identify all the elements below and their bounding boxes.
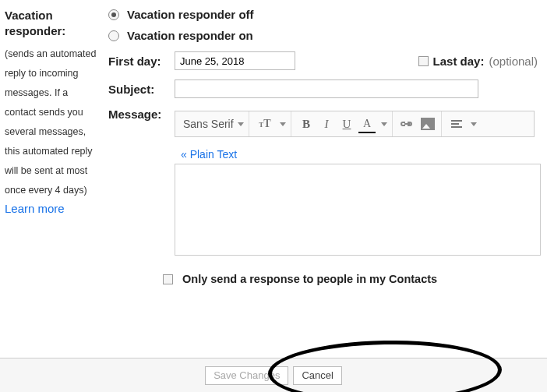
- last-day-label: Last day:: [433, 55, 485, 68]
- font-size-button[interactable]: TT: [256, 115, 274, 132]
- image-icon: [421, 118, 435, 130]
- last-day-checkbox[interactable]: [418, 56, 429, 66]
- learn-more-link[interactable]: Learn more: [5, 202, 102, 215]
- plain-text-link[interactable]: « Plain Text: [181, 148, 237, 161]
- save-changes-button[interactable]: Save Changes: [205, 366, 288, 385]
- contacts-only-label: Only send a response to people in my Con…: [182, 273, 437, 285]
- insert-image-button[interactable]: [419, 115, 436, 132]
- message-textarea[interactable]: [175, 164, 541, 256]
- editor-toolbar: Sans Serif TT B I U A: [175, 111, 535, 137]
- radio-label-off: Vacation responder off: [127, 8, 254, 21]
- radio-responder-off[interactable]: [108, 9, 119, 20]
- radio-label-on: Vacation responder on: [127, 29, 253, 42]
- subject-input[interactable]: [175, 79, 478, 98]
- cancel-button[interactable]: Cancel: [293, 366, 341, 385]
- section-description: (sends an automated reply to incoming me…: [5, 44, 102, 200]
- subject-label: Subject:: [108, 83, 175, 96]
- italic-button[interactable]: I: [318, 115, 335, 132]
- section-title: Vacation responder:: [5, 8, 102, 40]
- last-day-optional: (optional): [489, 55, 538, 68]
- contacts-only-checkbox[interactable]: [163, 274, 173, 284]
- underline-button[interactable]: U: [338, 115, 355, 132]
- insert-link-button[interactable]: [399, 115, 416, 132]
- font-family-select[interactable]: Sans Serif: [183, 118, 244, 130]
- align-button[interactable]: [448, 115, 465, 132]
- footer-bar: Save Changes Cancel: [0, 358, 547, 392]
- chevron-down-icon[interactable]: [471, 122, 477, 126]
- first-day-input[interactable]: [175, 51, 295, 70]
- bold-button[interactable]: B: [298, 115, 315, 132]
- first-day-label: First day:: [108, 55, 175, 68]
- chevron-down-icon[interactable]: [280, 122, 286, 126]
- align-left-icon: [451, 120, 462, 128]
- radio-responder-on[interactable]: [108, 30, 119, 41]
- text-color-button[interactable]: A: [358, 115, 376, 132]
- message-label: Message:: [108, 108, 175, 121]
- chevron-down-icon[interactable]: [381, 122, 387, 126]
- chevron-down-icon: [238, 122, 244, 126]
